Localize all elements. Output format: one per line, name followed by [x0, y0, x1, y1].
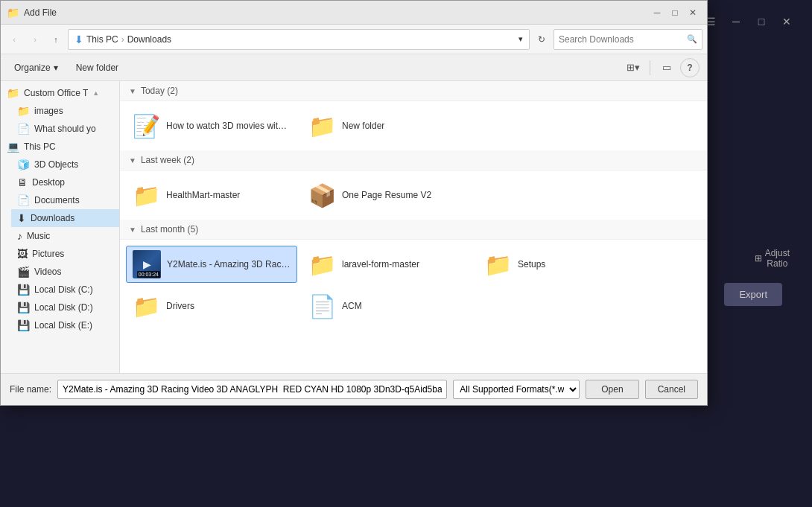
path-separator: ›	[121, 34, 124, 45]
file-item[interactable]: 📝 How to watch 3D movies without 3D Glas…	[126, 107, 297, 144]
desktop-icon: 🖥	[17, 176, 28, 188]
sidebar-label: Local Disk (C:)	[34, 284, 93, 295]
new-folder-button[interactable]: New folder	[70, 60, 124, 75]
path-root: This PC	[86, 34, 118, 45]
file-info: Drivers	[166, 301, 291, 311]
section-header-last-week[interactable]: ▼ Last week (2)	[120, 150, 707, 170]
sidebar-item-videos[interactable]: 🎬 Videos	[11, 263, 119, 281]
preview-pane-button[interactable]: ▭	[656, 57, 677, 78]
file-info: laravel-form-master	[342, 259, 467, 270]
file-dialog: 📁 Add File ─ □ ✕ ‹ › ↑ ⬇ This PC › Downl…	[0, 0, 708, 406]
filetype-select[interactable]: All Supported Formats(*.wtv;*.c	[453, 380, 580, 399]
path-current: Downloads	[127, 34, 171, 45]
drive-icon: 💾	[17, 319, 30, 331]
file-item[interactable]: 📦 One Page Resume V2	[302, 176, 473, 214]
sidebar-label: Desktop	[32, 177, 65, 188]
sidebar-item-what-should[interactable]: 📄 What should yo	[11, 120, 119, 138]
sidebar-label: Local Disk (E:)	[34, 320, 92, 331]
file-name: How to watch 3D movies without 3D Glasse…	[166, 121, 291, 131]
close-app-button[interactable]: ✕	[776, 11, 797, 32]
file-info: One Page Resume V2	[342, 190, 467, 200]
sidebar-item-desktop[interactable]: 🖥 Desktop	[11, 173, 119, 191]
folder-file-icon: 📁	[308, 113, 336, 139]
sidebar-item-documents[interactable]: 📄 Documents	[11, 191, 119, 209]
view-grid-button[interactable]: ⊞▾	[623, 57, 644, 78]
minimize-app-button[interactable]: ─	[726, 11, 746, 32]
sidebar-label: Local Disk (D:)	[34, 302, 93, 313]
file-item[interactable]: 📁 Setups	[478, 246, 649, 283]
file-icon: 📄	[17, 123, 30, 135]
section-label-last-month: Last month (5)	[141, 224, 198, 235]
sidebar-item-local-e[interactable]: 💾 Local Disk (E:)	[11, 316, 119, 334]
sidebar-label: Videos	[34, 267, 61, 277]
section-label-today: Today (2)	[141, 86, 178, 96]
dialog-maximize-button[interactable]: □	[667, 4, 683, 21]
cancel-button[interactable]: Cancel	[645, 380, 698, 399]
file-name: Drivers	[166, 301, 291, 311]
sidebar-item-custom-office[interactable]: 📁 Custom Office T ▲	[1, 84, 119, 102]
adjust-ratio-button[interactable]: ⊞ Adjust Ratio	[755, 248, 790, 269]
nav-up-button[interactable]: ↑	[47, 31, 65, 48]
filename-input[interactable]	[57, 380, 447, 399]
section-label-last-week: Last week (2)	[141, 155, 194, 165]
sidebar-label: This PC	[24, 141, 56, 152]
search-icon: 🔍	[687, 34, 697, 44]
drive-icon: 💾	[17, 284, 30, 296]
section-header-today[interactable]: ▼ Today (2)	[120, 81, 707, 101]
drivers-icon: 📁	[133, 293, 160, 319]
file-item[interactable]: 📄 ACM	[302, 287, 473, 325]
file-info: How to watch 3D movies without 3D Glasse…	[166, 121, 291, 131]
nav-back-button[interactable]: ‹	[5, 31, 23, 48]
sidebar-item-music[interactable]: ♪ Music	[11, 227, 119, 245]
file-name: One Page Resume V2	[342, 190, 467, 200]
address-path[interactable]: ⬇ This PC › Downloads ▾	[68, 29, 530, 50]
file-thumbnail: 📁	[308, 250, 336, 278]
sidebar-item-this-pc[interactable]: 💻 This PC	[1, 138, 119, 156]
file-item[interactable]: 📁 Drivers	[126, 287, 297, 325]
file-info: Setups	[518, 259, 643, 270]
dialog-close-button[interactable]: ✕	[685, 4, 701, 21]
export-button[interactable]: Export	[724, 283, 782, 306]
video-thumbnail: ▶ 00:03:24	[133, 250, 161, 278]
maximize-app-button[interactable]: □	[751, 11, 772, 32]
dialog-titlebar: 📁 Add File ─ □ ✕	[1, 1, 707, 25]
file-name: HealthMart-master	[166, 190, 291, 200]
address-bar: ‹ › ↑ ⬇ This PC › Downloads ▾ ↻ 🔍	[1, 25, 707, 54]
nav-forward-button[interactable]: ›	[26, 31, 44, 48]
search-input[interactable]	[559, 34, 684, 45]
file-thumbnail: 📄	[308, 292, 336, 320]
sidebar-item-downloads[interactable]: ⬇ Downloads	[11, 209, 119, 227]
file-item-video-selected[interactable]: ▶ 00:03:24 Y2Mate.is - Amazing 3D Racing…	[126, 246, 297, 283]
file-item[interactable]: 📁 laravel-form-master	[302, 246, 473, 283]
music-icon: ♪	[17, 230, 22, 242]
sidebar-item-local-c[interactable]: 💾 Local Disk (C:)	[11, 281, 119, 299]
file-name: laravel-form-master	[342, 259, 467, 270]
downloads-icon: ⬇	[17, 212, 26, 224]
path-dropdown-button[interactable]: ▾	[518, 34, 523, 44]
file-item[interactable]: 📁 New folder	[302, 107, 473, 144]
sidebar-label: What should yo	[34, 124, 96, 134]
sidebar-label: Music	[27, 231, 50, 241]
acm-icon: 📄	[308, 293, 336, 319]
file-name: ACM	[342, 301, 467, 311]
file-thumbnail: 📝	[132, 112, 160, 140]
refresh-button[interactable]: ↻	[533, 31, 551, 48]
dialog-title: Add File	[24, 7, 644, 18]
sidebar-label: images	[34, 106, 63, 116]
file-info: HealthMart-master	[166, 190, 291, 200]
help-button[interactable]: ?	[680, 58, 700, 77]
dialog-minimize-button[interactable]: ─	[649, 4, 665, 21]
file-info: ACM	[342, 301, 467, 311]
sidebar-label: 3D Objects	[34, 159, 78, 170]
sidebar-item-local-d[interactable]: 💾 Local Disk (D:)	[11, 299, 119, 316]
section-header-last-month[interactable]: ▼ Last month (5)	[120, 220, 707, 240]
sidebar-item-images[interactable]: 📁 images	[11, 102, 119, 120]
sidebar-item-pictures[interactable]: 🖼 Pictures	[11, 245, 119, 263]
zip-file-icon: 📁	[133, 182, 160, 208]
file-item[interactable]: 📁 HealthMart-master	[126, 176, 297, 214]
file-thumbnail: 📁	[132, 181, 160, 209]
organize-button[interactable]: Organize ▾	[8, 60, 64, 75]
file-name: New folder	[342, 121, 467, 131]
sidebar-item-3d-objects[interactable]: 🧊 3D Objects	[11, 156, 119, 173]
open-button[interactable]: Open	[586, 380, 638, 399]
